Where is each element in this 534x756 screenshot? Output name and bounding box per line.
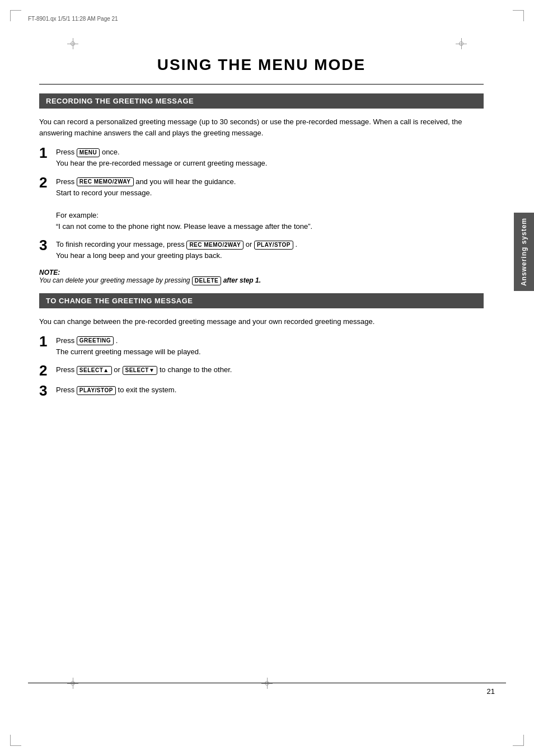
s2-step-2: 2 Press SELECT▲ or SELECT▼ to change to …	[39, 364, 484, 378]
key-rec-memo-2way-2: REC MEMO/2WAY	[186, 241, 243, 250]
crosshair-bl	[67, 678, 78, 689]
key-select-up: SELECT▲	[77, 366, 112, 375]
s2-step-2-number: 2	[39, 363, 51, 378]
key-delete: DELETE	[192, 276, 221, 285]
corner-mark-tr	[513, 10, 524, 21]
s2-step-3-number: 3	[39, 383, 51, 398]
s2-step-3: 3 Press PLAY/STOP to exit the system.	[39, 384, 484, 398]
corner-mark-tl	[10, 10, 21, 21]
step-3: 3 To finish recording your message, pres…	[39, 239, 484, 261]
section2-intro: You can change between the pre-recorded …	[39, 316, 484, 327]
step-1: 1 Press MENU once. You hear the pre-reco…	[39, 147, 484, 169]
side-tab: Answering system	[514, 213, 534, 291]
key-play-stop-2: PLAY/STOP	[77, 386, 116, 395]
step-1-number: 1	[39, 145, 51, 160]
page-number-line	[28, 683, 506, 683]
s2-step-2-content: Press SELECT▲ or SELECT▼ to change to th…	[56, 364, 484, 375]
key-menu: MENU	[77, 148, 100, 157]
page-number: 21	[487, 687, 495, 696]
corner-mark-br	[513, 735, 524, 746]
crosshair-tr	[456, 38, 467, 49]
file-info: FT-8901.qx 1/5/1 11:28 AM Page 21	[28, 16, 118, 22]
step-3-number: 3	[39, 238, 51, 252]
step-2: 2 Press REC MEMO/2WAY and you will hear …	[39, 176, 484, 233]
key-select-down: SELECT▼	[123, 366, 158, 375]
page: FT-8901.qx 1/5/1 11:28 AM Page 21 Answer…	[0, 0, 534, 756]
key-greeting: GREETING	[77, 336, 114, 345]
step-3-content: To finish recording your message, press …	[56, 239, 484, 261]
s2-step-1: 1 Press GREETING . The current greeting …	[39, 335, 484, 358]
content-area: USING THE MENU MODE RECORDING THE GREETI…	[39, 50, 484, 666]
page-title: USING THE MENU MODE	[39, 56, 484, 74]
note-label: NOTE:	[39, 269, 484, 276]
note-text: You can delete your greeting message by …	[39, 276, 484, 285]
section1-header: RECORDING THE GREETING MESSAGE	[39, 93, 484, 109]
s2-step-1-number: 1	[39, 334, 51, 349]
step-1-content: Press MENU once. You hear the pre-record…	[56, 147, 484, 169]
s2-step-1-content: Press GREETING . The current greeting me…	[56, 335, 484, 358]
key-play-stop-1: PLAY/STOP	[254, 241, 293, 250]
title-divider	[39, 84, 484, 84]
step-2-number: 2	[39, 175, 51, 190]
section2-header: TO CHANGE THE GREETING MESSAGE	[39, 293, 484, 308]
section1-intro: You can record a personalized greeting m…	[39, 116, 484, 139]
crosshair-bc	[261, 678, 273, 689]
note-section: NOTE: You can delete your greeting messa…	[39, 269, 484, 285]
s2-step-3-content: Press PLAY/STOP to exit the system.	[56, 384, 484, 396]
side-tab-text: Answering system	[520, 218, 528, 286]
key-rec-memo-2way-1: REC MEMO/2WAY	[77, 177, 134, 186]
step-2-content: Press REC MEMO/2WAY and you will hear th…	[56, 176, 484, 233]
crosshair-tl	[67, 38, 78, 49]
corner-mark-bl	[10, 735, 21, 746]
